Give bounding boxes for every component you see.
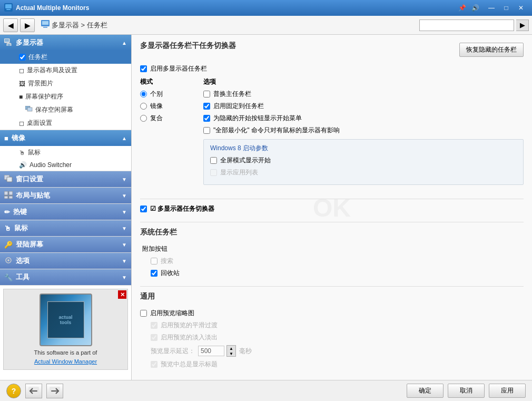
sidebar-item-taskbar[interactable]: 任务栏	[0, 51, 131, 64]
svg-rect-1	[5, 4, 12, 8]
fade-inout-row: 启用预览的淡入淡出	[151, 333, 524, 342]
sidebar-item-save-screen[interactable]: 保存空闲屏幕	[0, 103, 131, 116]
opt2-label[interactable]: 启用固定到任务栏	[213, 102, 264, 111]
preview-thumb-label[interactable]: 启用预览缩略图	[150, 309, 194, 318]
ad-close-button[interactable]: ✕	[118, 290, 126, 299]
recycle-checkbox[interactable]	[151, 270, 157, 277]
opt1-row: 普换主任务栏	[203, 90, 524, 99]
sidebar-item-mouse[interactable]: 🖱 鼠标	[0, 146, 131, 159]
restore-taskbar-button[interactable]: 恢复隐藏的任务栏	[459, 43, 524, 57]
win8-subsection: Windows 8 启动参数 全屏模式显示开始 显示应用列表	[203, 139, 524, 185]
sidebar-item-display-layout[interactable]: ◻ 显示器布局及设置	[0, 64, 131, 77]
search-button[interactable]: ▶	[516, 19, 529, 31]
fade-inout-checkbox[interactable]	[151, 334, 157, 341]
close-button[interactable]: ✕	[514, 3, 528, 13]
options-label: 选项	[203, 77, 524, 86]
taskbar-label: 任务栏	[28, 53, 47, 62]
general-block: 通用 启用预览缩略图 启用预览的平滑过渡 启用预览的淡入淡出 预览显示延迟： ▲	[140, 292, 524, 369]
wallpaper-label: 背景图片	[28, 79, 53, 88]
preview-delay-input[interactable]	[198, 346, 224, 356]
mirror-icon: ■	[4, 134, 8, 142]
fade-inout-label: 启用预览的淡入淡出	[161, 333, 218, 342]
mode-composite-radio[interactable]	[140, 115, 147, 122]
task-switcher-block: ☑ 多显示器任务切换器	[140, 204, 524, 213]
smooth-fade-row: 启用预览的平滑过渡	[151, 321, 524, 330]
opt1-label[interactable]: 普换主任务栏	[213, 90, 251, 99]
preview-delay-row: 预览显示延迟： ▲ ▼ 毫秒	[151, 345, 524, 357]
svg-rect-4	[42, 21, 48, 25]
minimize-button[interactable]: —	[485, 3, 498, 13]
opt3-checkbox[interactable]	[203, 115, 210, 122]
win8-opt2-checkbox[interactable]	[210, 169, 217, 176]
svg-rect-11	[27, 107, 32, 111]
task-switcher-checkbox[interactable]	[140, 206, 147, 212]
ad-link[interactable]: Actual Window Manager	[34, 358, 97, 365]
sidebar-header-mirror[interactable]: ■ 镜像 ▲	[0, 130, 131, 146]
breadcrumb-text: 多显示器 > 任务栏	[52, 21, 107, 30]
sidebar-header-options[interactable]: 选项 ▼	[0, 253, 131, 269]
sidebar-header-login[interactable]: 🔑 登陆屏幕 ▼	[0, 237, 131, 252]
search-input[interactable]	[419, 19, 514, 31]
bottom-left: ?	[6, 384, 63, 398]
task-switcher-label[interactable]: ☑ 多显示器任务切换器	[150, 204, 214, 213]
opt3-label[interactable]: 为隐藏的开始按钮显示开始菜单	[213, 114, 302, 123]
spin-up-button[interactable]: ▲	[227, 346, 235, 351]
search-checkbox[interactable]	[151, 258, 157, 265]
mode-mirror-label[interactable]: 镜像	[150, 102, 163, 111]
bottom-bar: ? 确定 取消 应用	[0, 380, 532, 401]
sidebar-header-hotkeys[interactable]: ✏ 热键 ▼	[0, 204, 131, 220]
forward-button[interactable]: ▶	[20, 18, 35, 32]
svg-rect-14	[7, 177, 12, 182]
hotkeys-label: 热键	[13, 207, 27, 217]
sidebar-item-wallpaper[interactable]: 🖼 背景图片	[0, 77, 131, 90]
mode-composite-label[interactable]: 复合	[150, 114, 163, 123]
back-button[interactable]: ◀	[3, 18, 18, 32]
spin-down-button[interactable]: ▼	[227, 351, 235, 356]
opt1-checkbox[interactable]	[203, 91, 210, 97]
mode-individual-radio[interactable]	[140, 91, 147, 97]
sidebar-header-window-settings[interactable]: 窗口设置 ▼	[0, 171, 131, 187]
nav-forward-icon[interactable]	[46, 384, 63, 398]
mode-individual-label[interactable]: 个别	[150, 90, 163, 99]
display-icon: ◻	[19, 67, 24, 74]
enable-taskbar-row: 启用多显示器任务栏	[140, 64, 524, 73]
sidebar-header-layout[interactable]: 布局与贴笔 ▼	[0, 188, 131, 203]
sidebar-header-multi-monitor[interactable]: 多显示器 ▲	[0, 35, 131, 51]
main-title-block: 多显示器任务栏干任务切换器 恢复隐藏的任务栏 启用多显示器任务栏 模式 个别	[140, 41, 524, 190]
sidebar-section-login: 🔑 登陆屏幕 ▼	[0, 237, 131, 253]
taskbar-checkbox[interactable]	[19, 54, 26, 61]
svg-rect-16	[9, 191, 13, 195]
sidebar-item-screensaver[interactable]: ■ 屏幕保护程序	[0, 90, 131, 103]
sidebar-item-desktop[interactable]: ◻ 桌面设置	[0, 116, 131, 130]
main-title: 多显示器任务栏干任务切换器	[140, 41, 236, 53]
cancel-button[interactable]: 取消	[448, 384, 485, 398]
svg-rect-24	[51, 390, 57, 392]
opt2-checkbox[interactable]	[203, 103, 210, 110]
apply-button[interactable]: 应用	[489, 384, 526, 398]
show-title-checkbox[interactable]	[151, 361, 157, 368]
window-settings-label: 窗口设置	[16, 174, 43, 184]
smooth-fade-checkbox[interactable]	[151, 322, 157, 329]
opt4-checkbox[interactable]	[203, 127, 210, 134]
nav-back-icon[interactable]	[25, 384, 42, 398]
sidebar-header-tools[interactable]: 🔧 工具 ▼	[0, 269, 131, 285]
opt3-row: 为隐藏的开始按钮显示开始菜单	[203, 114, 524, 123]
win8-opt1-label[interactable]: 全屏模式显示开始	[220, 156, 271, 165]
wallpaper-icon: 🖼	[19, 80, 25, 87]
mode-mirror-radio[interactable]	[140, 103, 147, 110]
sidebar-header-mouse-nav[interactable]: 🖱 鼠标 ▼	[0, 220, 131, 236]
svg-rect-5	[43, 27, 47, 28]
enable-taskbar-checkbox[interactable]	[140, 65, 147, 72]
ok-button[interactable]: 确定	[407, 384, 444, 398]
maximize-button[interactable]: □	[499, 3, 513, 13]
recycle-label[interactable]: 回收站	[161, 269, 180, 278]
window-arrow: ▼	[122, 177, 127, 182]
enable-taskbar-label[interactable]: 启用多显示器任务栏	[150, 64, 207, 73]
opt4-label[interactable]: "全部最小化" 命令只对有鼠标的显示器有影响	[213, 126, 340, 135]
help-button[interactable]: ?	[6, 384, 21, 398]
preview-thumb-checkbox[interactable]	[140, 310, 147, 317]
ad-text: This software is a part of	[8, 349, 123, 356]
sidebar-item-audio-switcher[interactable]: 🔊 Audio Switcher	[0, 159, 131, 171]
sidebar-mirror-label: 镜像	[12, 133, 25, 143]
win8-opt1-checkbox[interactable]	[210, 157, 217, 164]
